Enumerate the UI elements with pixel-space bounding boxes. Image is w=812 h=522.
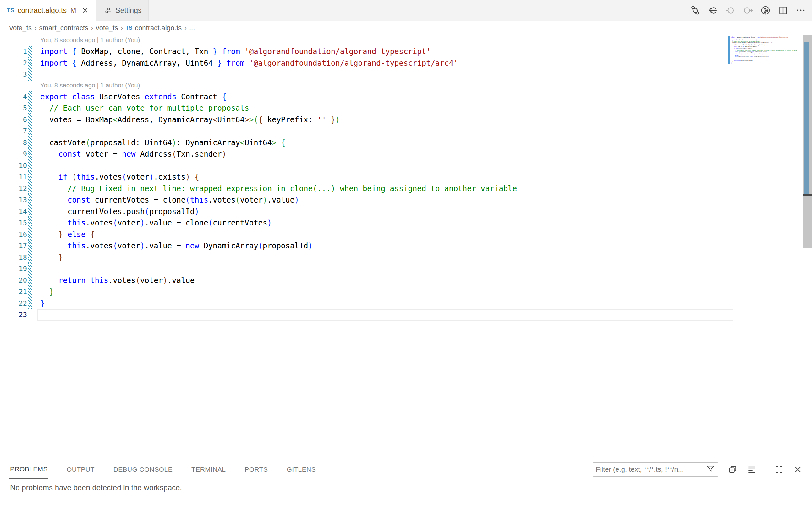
gutter-added-indicator — [28, 102, 32, 114]
code-text[interactable]: currentVotes.push(proposalId) — [40, 206, 199, 218]
code-text[interactable]: } — [40, 286, 54, 298]
code-line[interactable]: 3 — [0, 69, 803, 80]
code-line[interactable]: 11 if (this.votes(voter).exists) { — [0, 172, 803, 183]
gutter-added-indicator — [28, 275, 32, 286]
panel-tab-terminal[interactable]: TERMINAL — [191, 461, 226, 478]
code-line[interactable]: 20 return this.votes(voter).value — [0, 275, 803, 286]
line-number: 4 — [0, 91, 27, 103]
code-text[interactable]: // Each user can vote for multiple propo… — [40, 102, 249, 114]
code-line[interactable]: 6 votes = BoxMap<Address, DynamicArray<U… — [0, 114, 803, 126]
code-line[interactable]: 8 castVote(proposalId: Uint64): DynamicA… — [0, 137, 803, 149]
close-tab-icon[interactable] — [81, 6, 89, 15]
gutter-added-indicator — [28, 263, 32, 275]
line-number: 2 — [0, 58, 27, 69]
line-number: 14 — [0, 206, 27, 218]
code-line[interactable]: 21 } — [0, 286, 803, 298]
code-line[interactable]: 16 } else { — [0, 229, 803, 241]
code-line[interactable]: 9 const voter = new Address(Txn.sender) — [0, 148, 803, 160]
code-line[interactable]: 4export class UserVotes extends Contract… — [0, 91, 803, 103]
maximize-panel-icon[interactable] — [774, 464, 784, 475]
code-text[interactable]: if (this.votes(voter).exists) { — [40, 172, 199, 183]
tab-settings[interactable]: Settings — [97, 0, 149, 21]
code-text[interactable]: votes = BoxMap<Address, DynamicArray<Uin… — [40, 114, 340, 126]
tab-contract-algo-ts[interactable]: TS contract.algo.ts M — [0, 0, 97, 21]
more-actions-icon[interactable] — [795, 5, 806, 16]
line-number: 7 — [0, 125, 27, 137]
line-number: 20 — [0, 275, 27, 286]
line-number: 6 — [0, 114, 27, 126]
code-text[interactable]: castVote(proposalId: Uint64): DynamicArr… — [40, 137, 285, 149]
code-text[interactable]: import { Address, DynamicArray, Uint64 }… — [40, 58, 458, 69]
split-editor-icon[interactable] — [777, 5, 789, 16]
breadcrumb-item-file[interactable]: contract.algo.ts — [135, 24, 182, 32]
code-text[interactable]: export class UserVotes extends Contract … — [40, 91, 226, 103]
breadcrumb: vote_ts›smart_contracts›vote_ts›TScontra… — [0, 21, 812, 35]
code-text[interactable]: this.votes(voter).value = clone(currentV… — [40, 217, 272, 229]
next-change-circle-icon[interactable] — [742, 5, 753, 16]
breadcrumb-item[interactable]: smart_contracts — [39, 24, 89, 32]
codelens-annotation[interactable]: You, 8 seconds ago | 1 author (You) — [40, 37, 140, 44]
code-editor[interactable]: You, 8 seconds ago | 1 author (You)1impo… — [0, 35, 803, 459]
line-number: 3 — [0, 69, 27, 80]
problems-message: No problems have been detected in the wo… — [10, 483, 182, 492]
code-line[interactable]: 13 const currentVotes = clone(this.votes… — [0, 194, 803, 206]
code-line[interactable]: 23 — [0, 309, 803, 321]
code-line[interactable]: 2import { Address, DynamicArray, Uint64 … — [0, 58, 803, 69]
code-text[interactable]: } — [40, 298, 45, 309]
indent-guide — [49, 160, 49, 172]
code-line[interactable]: 7 — [0, 125, 803, 137]
code-text[interactable]: import { BoxMap, clone, Contract, Txn } … — [40, 46, 431, 58]
problems-filter-box[interactable] — [592, 462, 719, 477]
code-text[interactable]: return this.votes(voter).value — [40, 275, 194, 286]
line-number: 19 — [0, 263, 27, 275]
indent-guide — [40, 263, 40, 275]
previous-change-circle-icon[interactable] — [725, 5, 736, 16]
navigate-back-circle-icon[interactable] — [707, 5, 719, 16]
indent-guide — [49, 263, 49, 275]
view-as-list-icon[interactable] — [746, 464, 757, 475]
code-line[interactable]: 10 — [0, 160, 803, 172]
code-line[interactable]: 15 this.votes(voter).value = clone(curre… — [0, 217, 803, 229]
code-text[interactable]: const voter = new Address(Txn.sender) — [40, 148, 226, 160]
panel-tab-output[interactable]: OUTPUT — [66, 461, 95, 478]
vscode-window: TS contract.algo.ts M Settings — [0, 0, 812, 522]
copy-icon[interactable] — [727, 464, 738, 475]
line-number: 23 — [0, 309, 27, 321]
code-text[interactable]: } else { — [40, 229, 95, 241]
gutter-added-indicator — [28, 148, 32, 160]
panel-tab-debug-console[interactable]: DEBUG CONSOLE — [113, 461, 173, 478]
code-line[interactable]: 22} — [0, 298, 803, 309]
commit-graph-circle-icon[interactable] — [760, 5, 771, 16]
source-control-compare-icon[interactable] — [689, 5, 701, 16]
line-number: 8 — [0, 137, 27, 149]
gutter-added-indicator — [28, 286, 32, 298]
gutter-added-indicator — [28, 217, 32, 229]
code-line[interactable]: 5 // Each user can vote for multiple pro… — [0, 102, 803, 114]
indent-guide — [40, 160, 40, 172]
gutter-added-indicator — [28, 46, 32, 58]
minimap-line — [731, 63, 797, 65]
panel-tab-ports[interactable]: PORTS — [244, 461, 268, 478]
code-line[interactable]: 18 } — [0, 252, 803, 263]
gutter-added-indicator — [28, 240, 32, 252]
code-text[interactable]: } — [40, 252, 63, 263]
breadcrumb-item-more[interactable]: ... — [189, 24, 195, 32]
breadcrumb-item[interactable]: vote_ts — [9, 24, 32, 32]
code-line[interactable]: 17 this.votes(voter).value = new Dynamic… — [0, 240, 803, 252]
line-number: 13 — [0, 194, 27, 206]
panel-tab-problems[interactable]: PROBLEMS — [9, 460, 48, 479]
code-line[interactable]: 1import { BoxMap, clone, Contract, Txn }… — [0, 46, 803, 58]
code-text[interactable]: this.votes(voter).value = new DynamicArr… — [40, 240, 313, 252]
code-text[interactable]: const currentVotes = clone(this.votes(vo… — [40, 194, 299, 206]
code-line[interactable]: 14 currentVotes.push(proposalId) — [0, 206, 803, 218]
code-line[interactable]: 12 // Bug Fixed in next line: wrapped ex… — [0, 183, 803, 195]
code-line[interactable]: 19 — [0, 263, 803, 275]
panel-toolbar — [592, 462, 803, 477]
codelens-annotation[interactable]: You, 8 seconds ago | 1 author (You) — [40, 82, 140, 89]
panel-tab-gitlens[interactable]: GITLENS — [286, 461, 316, 478]
problems-filter-input[interactable] — [596, 465, 706, 474]
code-text[interactable]: // Bug Fixed in next line: wrapped expre… — [40, 183, 517, 195]
line-number: 22 — [0, 298, 27, 309]
breadcrumb-item[interactable]: vote_ts — [96, 24, 118, 32]
close-panel-icon[interactable] — [792, 464, 803, 475]
